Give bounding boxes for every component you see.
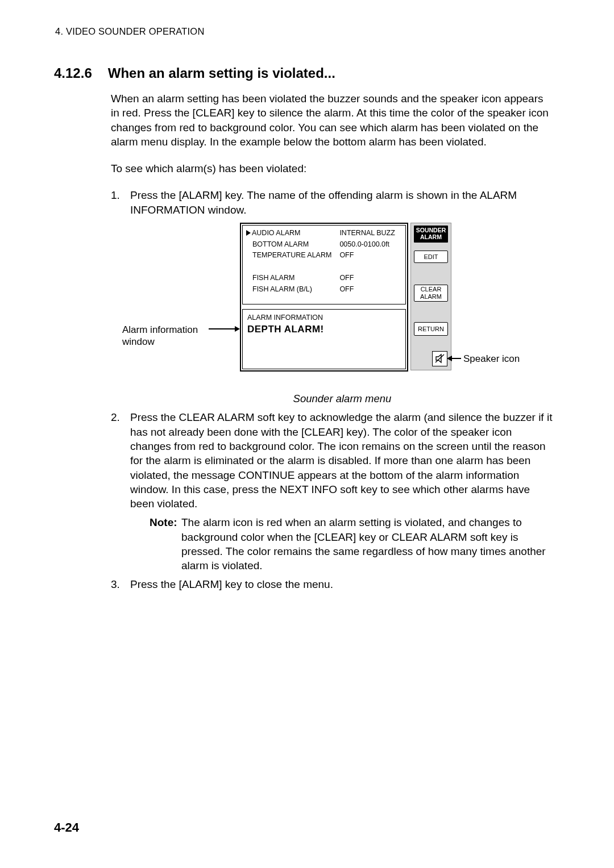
- alarm-info-title: ALARM INFORMATION: [247, 313, 401, 323]
- clear-line2: ALARM: [414, 293, 447, 301]
- procedure-list: Press the [ALARM] key. The name of the o…: [111, 188, 554, 591]
- note-label: Note:: [150, 515, 177, 529]
- speaker-icon: [435, 353, 445, 364]
- speaker-icon-box: [432, 351, 447, 366]
- alarm-label: BOTTOM ALARM: [246, 239, 339, 251]
- step-3: Press the [ALARM] key to close the menu.: [111, 577, 554, 591]
- callout-speaker-icon: Speaker icon: [463, 353, 520, 366]
- return-softkey[interactable]: RETURN: [414, 322, 448, 336]
- cursor-icon: [246, 230, 251, 236]
- table-row: [246, 261, 402, 273]
- body-column: When an alarm setting has been violated …: [111, 91, 554, 592]
- callout-right-leader-line: [450, 358, 461, 359]
- table-row: FISH ALARM (B/L)OFF: [246, 284, 402, 295]
- alarm-list-panel: AUDIO ALARMINTERNAL BUZZ BOTTOM ALARM005…: [242, 225, 406, 304]
- softkey-title: SOUNDER ALARM: [414, 226, 448, 243]
- figure: Alarm informationwindow AUDIO ALARMINTER…: [122, 223, 554, 387]
- page: 4. VIDEO SOUNDER OPERATION 4.12.6 When a…: [0, 0, 614, 868]
- alarm-value: OFF: [339, 284, 402, 295]
- alarm-information-window: ALARM INFORMATION DEPTH ALARM!: [242, 309, 406, 369]
- alarm-value: OFF: [339, 250, 402, 261]
- page-number: 4-24: [54, 820, 79, 835]
- alarm-label: FISH ALARM: [246, 273, 339, 284]
- table-row: TEMPERATURE ALARMOFF: [246, 250, 402, 261]
- figure-caption: Sounder alarm menu: [130, 392, 554, 406]
- softkey-column: SOUNDER ALARM EDIT CLEAR ALARM RETURN: [410, 223, 451, 370]
- note-text: The alarm icon is red when an alarm sett…: [181, 516, 546, 571]
- edit-softkey[interactable]: EDIT: [414, 251, 448, 263]
- alarm-value: OFF: [339, 273, 402, 284]
- alarm-label: TEMPERATURE ALARM: [246, 250, 339, 261]
- note-block: Note: The alarm icon is red when an alar…: [130, 515, 554, 573]
- softkey-title-line2: ALARM: [420, 233, 442, 240]
- running-header: 4. VIDEO SOUNDER OPERATION: [55, 26, 560, 37]
- alarm-value: INTERNAL BUZZ: [339, 228, 402, 239]
- callout-alarm-info-window: Alarm informationwindow: [122, 324, 198, 348]
- softkey-title-line1: SOUNDER: [416, 227, 446, 233]
- table-row: FISH ALARMOFF: [246, 273, 402, 284]
- callout-left-arrow-icon: [235, 326, 240, 332]
- step-2: Press the CLEAR ALARM soft key to acknow…: [111, 410, 554, 573]
- table-row: BOTTOM ALARM0050.0-0100.0ft: [246, 239, 402, 251]
- step-2-text: Press the CLEAR ALARM soft key to acknow…: [130, 411, 552, 510]
- step-3-text: Press the [ALARM] key to close the menu.: [130, 578, 333, 590]
- alarm-list-table: AUDIO ALARMINTERNAL BUZZ BOTTOM ALARM005…: [246, 228, 402, 295]
- table-row: AUDIO ALARMINTERNAL BUZZ: [246, 228, 402, 239]
- clear-alarm-softkey[interactable]: CLEAR ALARM: [414, 285, 448, 302]
- section-title: When an alarm setting is violated...: [108, 65, 335, 81]
- lead-paragraph: To see which alarm(s) has been violated:: [111, 161, 554, 176]
- intro-paragraph: When an alarm setting has been violated …: [111, 91, 554, 149]
- section-number: 4.12.6: [54, 65, 92, 81]
- step-1: Press the [ALARM] key. The name of the o…: [111, 188, 554, 406]
- sounder-alarm-menu-panel: AUDIO ALARMINTERNAL BUZZ BOTTOM ALARM005…: [240, 223, 408, 372]
- step-1-text: Press the [ALARM] key. The name of the o…: [130, 189, 517, 215]
- section-heading-row: 4.12.6 When an alarm setting is violated…: [54, 65, 560, 81]
- alarm-info-message: DEPTH ALARM!: [247, 323, 401, 336]
- alarm-label: FISH ALARM (B/L): [246, 284, 339, 295]
- clear-line1: CLEAR: [414, 286, 447, 293]
- alarm-value: 0050.0-0100.0ft: [339, 239, 402, 251]
- alarm-label: AUDIO ALARM: [252, 229, 300, 237]
- callout-left-leader-line: [209, 328, 235, 329]
